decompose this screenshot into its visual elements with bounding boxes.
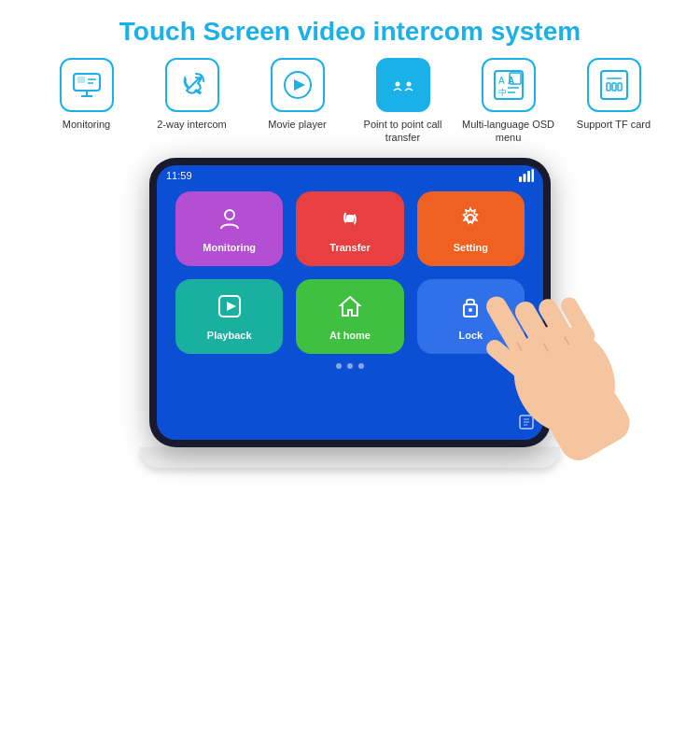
wifi-icon [519,169,534,182]
athome-app-label: At home [329,330,371,341]
feature-intercom: 2-way intercom [143,58,241,131]
svg-rect-8 [388,73,418,97]
feature-osd: A A 中 Multi-language OSD menu [459,58,557,145]
playback-app-icon [217,294,242,324]
svg-rect-42 [558,294,598,347]
screen-dots [157,363,543,373]
transfer-app-label: Transfer [329,242,370,253]
movie-label: Movie player [268,118,326,131]
dot-3 [358,363,364,369]
device-shell: 11:59 Mon [149,158,551,447]
feature-monitoring: Monitoring [37,58,135,131]
app-grid: Monitoring Transfer [157,186,543,363]
svg-line-48 [565,336,569,345]
svg-point-34 [469,308,472,312]
playback-app-label: Playback [207,330,252,341]
setting-app-icon [458,206,483,236]
call-transfer-label: Point to point call transfer [354,118,452,145]
lock-app-icon [458,294,483,324]
screen-br-icon [519,415,534,432]
setting-app-label: Setting [454,242,488,253]
svg-rect-3 [77,77,85,83]
app-btn-transfer[interactable]: Transfer [296,191,403,266]
app-btn-playback[interactable]: Playback [175,279,283,354]
screen-topbar: 11:59 [157,165,543,186]
osd-label: Multi-language OSD menu [459,118,557,145]
svg-rect-28 [346,215,354,222]
svg-rect-22 [618,83,622,91]
osd-icon: A A 中 [482,58,536,112]
svg-rect-23 [519,176,522,182]
monitoring-app-label: Monitoring [203,242,256,253]
transfer-app-icon [338,206,362,236]
screen-time: 11:59 [166,170,192,181]
call-transfer-icon [376,58,430,112]
device-section: 11:59 Mon [0,158,700,468]
svg-marker-31 [227,302,236,311]
tfcard-icon [587,58,641,112]
device-base [140,447,560,468]
svg-point-10 [406,82,411,87]
monitoring-label: Monitoring [63,118,110,131]
svg-rect-25 [527,171,530,182]
lock-app-label: Lock [458,330,483,341]
svg-rect-18 [601,71,627,99]
svg-text:中: 中 [498,88,507,97]
athome-app-icon [338,294,362,324]
svg-marker-7 [294,79,305,91]
intercom-icon [165,58,219,112]
dot-2 [347,363,353,369]
feature-tfcard: Support TF card [565,58,663,131]
app-btn-lock[interactable]: Lock [417,279,525,354]
svg-text:A: A [498,76,505,86]
app-btn-setting[interactable]: Setting [417,191,525,266]
page-title: Touch Screen video intercom system [0,0,700,58]
svg-rect-26 [532,169,535,182]
svg-point-9 [395,82,399,87]
svg-rect-20 [607,83,610,91]
feature-movie: Movie player [248,58,346,131]
svg-point-27 [225,210,234,219]
features-row: Monitoring 2-way intercom Movie player [0,58,700,158]
movie-icon [271,58,325,112]
app-btn-monitoring[interactable]: Monitoring [175,191,283,266]
tfcard-label: Support TF card [577,118,651,131]
svg-rect-21 [612,83,616,91]
dot-1 [336,363,342,369]
app-btn-athome[interactable]: At home [296,279,403,354]
svg-marker-32 [341,297,359,316]
device-screen: 11:59 Mon [157,165,543,440]
intercom-label: 2-way intercom [157,118,227,131]
feature-call-transfer: Point to point call transfer [354,58,452,145]
monitoring-app-icon [217,206,242,236]
monitoring-icon [60,58,114,112]
svg-rect-24 [524,174,526,182]
